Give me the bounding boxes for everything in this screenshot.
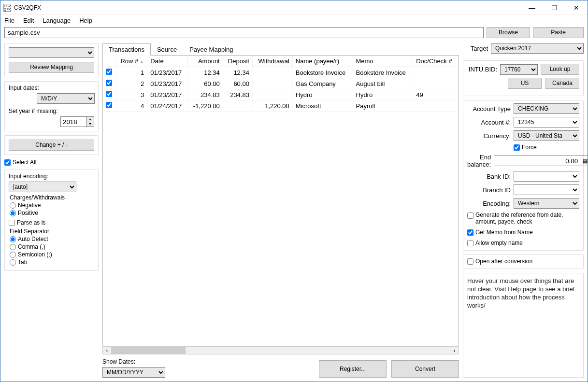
- close-button[interactable]: ✕: [565, 0, 588, 15]
- separator-title: Field Separator: [10, 228, 94, 235]
- end-balance-input[interactable]: ▦: [494, 156, 588, 166]
- show-dates-combo[interactable]: MM/DD/YYYY: [102, 367, 165, 378]
- end-balance-label: End balance:: [467, 154, 491, 168]
- intubid-combo[interactable]: 17760: [500, 64, 538, 75]
- col-deposit[interactable]: Deposit: [223, 56, 252, 67]
- account-type-label: Account Type: [467, 105, 511, 113]
- charges-negative-radio[interactable]: Negative: [10, 202, 94, 209]
- row-checkbox[interactable]: [106, 102, 112, 108]
- get-memo-checkbox[interactable]: Get Memo from Name: [467, 229, 579, 236]
- col-withdrawal[interactable]: Withdrawal: [252, 56, 292, 67]
- app-icon: CSVQFX: [3, 4, 11, 12]
- row-checkbox[interactable]: [106, 80, 112, 86]
- register-button[interactable]: Register...: [319, 360, 387, 378]
- generate-reference-checkbox[interactable]: Generate the reference from date, amount…: [467, 212, 579, 225]
- account-number-combo[interactable]: 12345: [514, 117, 579, 127]
- sep-tab-radio[interactable]: Tab: [10, 259, 94, 266]
- col-amount[interactable]: Amount: [187, 56, 223, 67]
- currency-combo[interactable]: USD - United Sta: [514, 130, 579, 141]
- help-text: Hover your mouse over things that are no…: [463, 273, 584, 378]
- table-row[interactable]: 101/23/201712.3412.34Bookstore InvoiceBo…: [103, 67, 459, 78]
- force-checkbox[interactable]: Force: [514, 144, 537, 151]
- input-encoding-combo[interactable]: [auto]: [9, 182, 76, 192]
- right-encoding-combo[interactable]: Western: [514, 198, 579, 209]
- charges-title: Charges/Withdrawals: [10, 194, 94, 201]
- branch-id-label: Branch ID: [467, 186, 511, 194]
- table-row[interactable]: 301/23/2017234.83234.83HydroHydro49: [103, 89, 459, 100]
- allow-empty-name-checkbox[interactable]: Allow empty name: [467, 240, 579, 246]
- maximize-button[interactable]: ☐: [543, 0, 565, 15]
- currency-label: Currency:: [467, 132, 511, 140]
- menubar: File Edit Language Help: [0, 15, 588, 27]
- sep-semicolon-radio[interactable]: Semicolon (;): [10, 251, 94, 258]
- account-type-combo[interactable]: CHECKING: [514, 103, 579, 114]
- col-name[interactable]: Name (payee/r): [292, 56, 353, 67]
- lookup-button[interactable]: Look up: [541, 64, 579, 75]
- canada-button[interactable]: Canada: [545, 78, 579, 89]
- col-memo[interactable]: Memo: [353, 56, 413, 67]
- mapping-combo[interactable]: [9, 47, 94, 58]
- sep-comma-radio[interactable]: Comma (,): [10, 243, 94, 250]
- menu-file[interactable]: File: [4, 17, 14, 24]
- right-encoding-label: Encoding:: [467, 200, 511, 207]
- review-mapping-button[interactable]: Review Mapping: [9, 62, 94, 73]
- select-all-checkbox[interactable]: Select All: [4, 159, 99, 166]
- bank-id-combo[interactable]: [514, 171, 579, 182]
- row-checkbox[interactable]: [106, 69, 112, 75]
- input-dates-combo[interactable]: M/D/Y: [37, 93, 95, 104]
- col-row: Row #▲: [115, 56, 147, 67]
- paste-button[interactable]: Paste: [533, 27, 584, 38]
- row-checkbox[interactable]: [106, 91, 112, 97]
- account-number-label: Account #:: [467, 119, 511, 126]
- menu-language[interactable]: Language: [43, 17, 71, 24]
- parse-as-is-checkbox[interactable]: Parse as is: [9, 219, 94, 226]
- sort-asc-icon: ▲: [139, 59, 144, 64]
- menu-help[interactable]: Help: [79, 17, 92, 24]
- tab-transactions[interactable]: Transactions: [102, 43, 151, 56]
- set-year-spinner[interactable]: ▲▼: [60, 116, 94, 127]
- tab-payee-mapping[interactable]: Payee Mapping: [183, 43, 239, 56]
- transactions-grid[interactable]: Row #▲ Date Amount Deposit Withdrawal Na…: [103, 56, 459, 112]
- bank-id-label: Bank ID:: [467, 173, 511, 180]
- menu-edit[interactable]: Edit: [23, 17, 34, 24]
- sep-auto-radio[interactable]: Auto Detect: [10, 236, 94, 242]
- titlebar: CSVQFX CSV2QFX — ☐ ✕: [0, 0, 588, 15]
- col-doc[interactable]: Doc/Check #: [413, 56, 459, 67]
- table-row[interactable]: 401/24/2017-1,220.001,220.00MicrosoftPay…: [103, 100, 459, 112]
- horizontal-scrollbar[interactable]: ‹›: [102, 346, 459, 354]
- tab-source[interactable]: Source: [151, 43, 183, 56]
- window-title: CSV2QFX: [14, 4, 521, 11]
- change-sign-button[interactable]: Change + / -: [9, 140, 94, 151]
- us-button[interactable]: US: [508, 78, 542, 89]
- set-year-label: Set year if missing:: [9, 108, 94, 114]
- charges-positive-radio[interactable]: Positive: [10, 210, 94, 216]
- branch-id-combo[interactable]: [514, 184, 579, 195]
- open-after-checkbox[interactable]: Open after conversion: [467, 258, 579, 265]
- target-label: Target: [463, 45, 488, 52]
- show-dates-label: Show Dates:: [102, 358, 165, 365]
- input-dates-label: Input dates:: [9, 85, 94, 91]
- calendar-icon[interactable]: ▦: [580, 158, 588, 164]
- file-path-input[interactable]: [4, 27, 484, 38]
- minimize-button[interactable]: —: [521, 0, 543, 15]
- file-row: Browse Paste: [0, 27, 588, 40]
- table-row[interactable]: 201/23/201760.0060.00Gas CompanyAugust b…: [103, 78, 459, 89]
- intubid-label: INTU.BID:: [467, 66, 497, 73]
- browse-button[interactable]: Browse: [487, 27, 530, 38]
- col-date[interactable]: Date: [147, 56, 188, 67]
- target-combo[interactable]: Quicken 2017: [491, 43, 584, 54]
- tabs: Transactions Source Payee Mapping: [102, 43, 459, 56]
- convert-button[interactable]: Convert: [391, 360, 459, 378]
- input-encoding-label: Input encoding:: [9, 173, 94, 180]
